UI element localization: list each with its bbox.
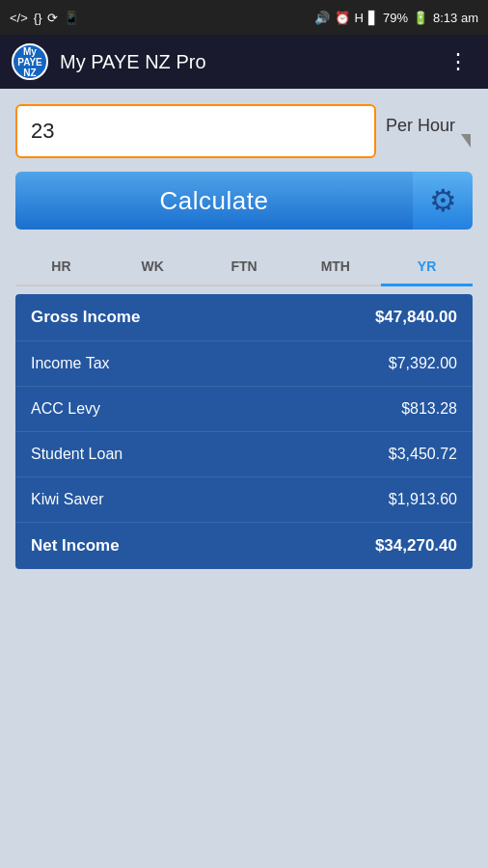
result-kiwi-saver: Kiwi Saver $1,913.60 bbox=[15, 477, 473, 523]
per-hour-selector[interactable]: Per Hour bbox=[386, 116, 473, 148]
signal-icon: ▋ bbox=[368, 11, 378, 25]
battery-percent: 79% bbox=[383, 11, 408, 25]
result-student-loan: Student Loan $3,450.72 bbox=[15, 432, 473, 477]
clock: 8:13 am bbox=[433, 11, 478, 25]
alarm-icon: ⏰ bbox=[335, 11, 350, 25]
student-loan-label: Student Loan bbox=[31, 446, 122, 463]
tab-ftn[interactable]: FTN bbox=[199, 247, 290, 286]
main-content: Per Hour Calculate ⚙ HR WK FTN MTH YR Gr… bbox=[0, 89, 488, 569]
result-income-tax: Income Tax $7,392.00 bbox=[15, 341, 473, 387]
dropdown-arrow-icon bbox=[461, 134, 471, 148]
status-icons-left: </> {} ⟳ 📱 bbox=[10, 11, 79, 25]
tab-yr[interactable]: YR bbox=[381, 247, 473, 286]
tabs-bar: HR WK FTN MTH YR bbox=[15, 247, 473, 286]
menu-button[interactable]: ⋮ bbox=[440, 45, 476, 78]
calc-row: Calculate ⚙ bbox=[15, 172, 473, 230]
result-gross-income: Gross Income $47,840.00 bbox=[15, 294, 473, 341]
refresh-icon: ⟳ bbox=[47, 11, 58, 25]
kiwi-saver-value: $1,913.60 bbox=[389, 491, 457, 508]
results-table: Gross Income $47,840.00 Income Tax $7,39… bbox=[15, 294, 473, 569]
code-icon: </> bbox=[10, 11, 28, 25]
tab-hr[interactable]: HR bbox=[15, 247, 107, 286]
status-icons-right: 🔊 ⏰ H ▋ 79% 🔋 8:13 am bbox=[314, 11, 478, 25]
battery-icon: 🔋 bbox=[413, 11, 428, 25]
gross-income-label: Gross Income bbox=[31, 308, 140, 327]
income-tax-label: Income Tax bbox=[31, 355, 110, 372]
status-bar: </> {} ⟳ 📱 🔊 ⏰ H ▋ 79% 🔋 8:13 am bbox=[0, 0, 488, 35]
gross-income-value: $47,840.00 bbox=[375, 308, 457, 327]
calculate-button[interactable]: Calculate bbox=[15, 172, 413, 230]
code2-icon: {} bbox=[34, 11, 42, 25]
per-hour-label: Per Hour bbox=[386, 116, 455, 136]
income-tax-value: $7,392.00 bbox=[389, 355, 457, 372]
student-loan-value: $3,450.72 bbox=[389, 446, 457, 463]
tab-wk[interactable]: WK bbox=[107, 247, 199, 286]
kiwi-saver-label: Kiwi Saver bbox=[31, 491, 104, 508]
app-title: My PAYE NZ Pro bbox=[60, 51, 428, 73]
result-net-income: Net Income $34,270.40 bbox=[15, 523, 473, 569]
volume-icon: 🔊 bbox=[314, 11, 330, 25]
gear-icon: ⚙ bbox=[429, 182, 457, 219]
logo-text: MyPAYENZ bbox=[17, 46, 42, 78]
app-logo: MyPAYENZ bbox=[12, 43, 48, 80]
tab-mth[interactable]: MTH bbox=[289, 247, 381, 286]
acc-levy-label: ACC Levy bbox=[31, 400, 100, 418]
result-acc-levy: ACC Levy $813.28 bbox=[15, 387, 473, 432]
settings-button[interactable]: ⚙ bbox=[413, 172, 473, 230]
android-icon: 📱 bbox=[64, 11, 79, 25]
acc-levy-value: $813.28 bbox=[401, 400, 457, 418]
net-income-value: $34,270.40 bbox=[375, 536, 457, 556]
wage-input[interactable] bbox=[15, 104, 376, 158]
input-row: Per Hour bbox=[15, 104, 473, 158]
net-income-label: Net Income bbox=[31, 536, 120, 556]
h-icon: H bbox=[355, 11, 364, 25]
title-bar: MyPAYENZ My PAYE NZ Pro ⋮ bbox=[0, 35, 488, 89]
